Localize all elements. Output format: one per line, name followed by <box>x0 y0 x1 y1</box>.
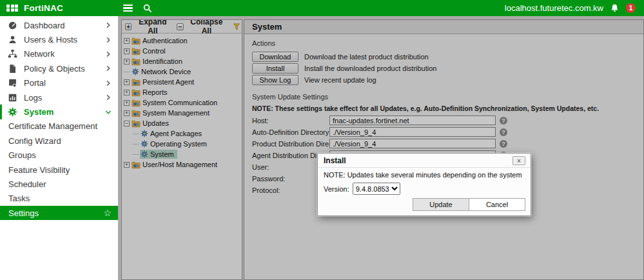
install-dialog: Install × NOTE: Updates take several min… <box>317 153 531 216</box>
network-icon <box>8 49 17 59</box>
sidebar-subitem-config-wizard[interactable]: Config Wizard <box>0 134 118 148</box>
dashboard-icon <box>8 21 17 30</box>
sidebar-subitem-label: Feature Visibility <box>8 165 70 175</box>
sidebar-subitem-feature-visibility[interactable]: Feature Visibility <box>0 163 118 177</box>
sidebar-item-label: Network <box>24 49 99 59</box>
topbar: FortiNAC localhost.futuretec.com.kw 1 <box>0 0 644 16</box>
sidebar-subitem-settings[interactable]: Settings ☆ <box>0 206 118 220</box>
star-icon[interactable]: ☆ <box>103 208 112 217</box>
search-icon[interactable] <box>142 3 152 13</box>
app-title: FortiNAC <box>24 3 63 13</box>
sidebar-subitem-label: Groups <box>8 150 36 160</box>
sidebar-subitem-label: Certificate Management <box>8 121 97 131</box>
sidebar-item-policy-objects[interactable]: Policy & Objects <box>0 61 118 75</box>
sidebar-item-logs[interactable]: Logs <box>0 90 118 105</box>
version-label: Version: <box>324 185 349 193</box>
hostname-label: localhost.futuretec.com.kw <box>505 3 603 13</box>
cancel-button[interactable]: Cancel <box>469 198 525 211</box>
gear-icon <box>8 107 17 117</box>
sidebar-item-label: Portal <box>24 78 99 88</box>
modal-overlay <box>119 16 644 280</box>
chevron-right-icon <box>105 51 112 57</box>
sidebar-subitem-label: Tasks <box>8 194 30 203</box>
chevron-right-icon <box>105 65 112 72</box>
sidebar-item-label: Dashboard <box>24 21 99 30</box>
sidebar-subitem-tasks[interactable]: Tasks <box>0 192 118 206</box>
chevron-down-icon <box>105 109 112 115</box>
brand: FortiNAC <box>0 3 119 13</box>
fortinet-logo-icon <box>6 5 18 12</box>
chevron-right-icon <box>105 37 112 43</box>
sidebar-item-dashboard[interactable]: Dashboard <box>0 18 118 32</box>
logs-icon <box>8 93 17 103</box>
sidebar-item-system[interactable]: System <box>0 105 118 119</box>
sidebar-subitem-label: Scheduler <box>8 179 46 189</box>
sidebar-subitem-scheduler[interactable]: Scheduler <box>0 177 118 191</box>
sidebar-item-label: Users & Hosts <box>24 35 99 45</box>
sidebar-item-portal[interactable]: Portal <box>0 76 118 90</box>
sidebar-subitem-certificate-management[interactable]: Certificate Management <box>0 119 118 134</box>
chevron-right-icon <box>105 80 112 86</box>
update-button[interactable]: Update <box>413 198 469 211</box>
topbar-tools <box>119 3 152 13</box>
chevron-right-icon <box>105 22 112 28</box>
notification-badge[interactable]: 1 <box>626 3 636 13</box>
version-row: Version: 9.4.8.0853 <box>324 183 525 195</box>
dialog-title: Install <box>324 156 346 165</box>
menu-icon[interactable] <box>123 5 133 12</box>
topbar-right: localhost.futuretec.com.kw 1 <box>505 3 644 13</box>
users-icon <box>8 35 17 45</box>
content-area: + Expand All − Collapse All + Authentica… <box>119 16 644 280</box>
sidebar-subitem-label: Config Wizard <box>8 136 61 146</box>
sidebar-subitem-groups[interactable]: Groups <box>0 148 118 163</box>
dialog-body: NOTE: Updates take several minutes depen… <box>318 168 531 195</box>
dialog-header: Install × <box>318 154 531 168</box>
dialog-note: NOTE: Updates take several minutes depen… <box>324 171 525 179</box>
sidebar-item-network[interactable]: Network <box>0 47 118 61</box>
portal-icon <box>8 78 17 88</box>
sidebar-item-label: Policy & Objects <box>24 64 99 74</box>
sidebar-item-label: System <box>24 107 99 117</box>
policy-icon <box>8 64 17 74</box>
close-icon[interactable]: × <box>512 156 525 165</box>
sidebar-item-label: Logs <box>24 93 99 103</box>
version-select[interactable]: 9.4.8.0853 <box>353 183 400 195</box>
sidebar: Dashboard Users & Hosts Network Policy &… <box>0 16 119 280</box>
sidebar-item-users-hosts[interactable]: Users & Hosts <box>0 32 118 46</box>
dialog-footer: Update Cancel <box>318 195 531 215</box>
chevron-right-icon <box>105 94 112 101</box>
sidebar-subitem-label: Settings <box>8 208 39 218</box>
bell-icon[interactable] <box>610 3 620 13</box>
